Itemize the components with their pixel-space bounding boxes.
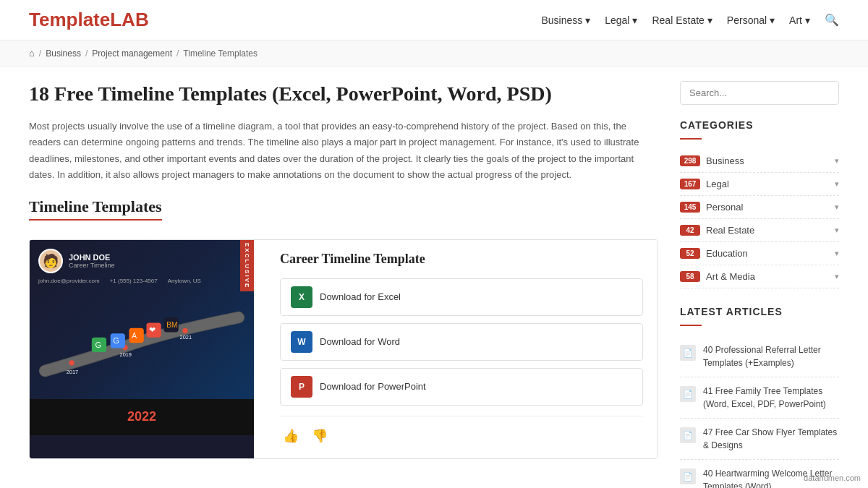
categories-title: CATEGORIES: [680, 119, 839, 131]
category-label-personal: Personal: [706, 202, 743, 213]
latest-articles-underline: [680, 325, 702, 326]
download-panel-title: Career Timeline Template: [280, 252, 643, 267]
nav-business[interactable]: Business ▾: [541, 14, 590, 26]
nav-legal[interactable]: Legal ▾: [605, 14, 637, 26]
nav-art[interactable]: Art ▾: [789, 14, 810, 26]
nav-personal[interactable]: Personal ▾: [727, 14, 775, 26]
avatar: 🧑: [38, 249, 63, 273]
category-badge-education: 52: [680, 248, 700, 259]
breadcrumb-home[interactable]: ⌂: [29, 48, 35, 59]
categories-section: CATEGORIES 298 Business ▾ 167 Legal ▾ 14…: [680, 119, 839, 288]
category-label-real-estate: Real Estate: [706, 225, 754, 236]
svg-point-0: [69, 360, 74, 365]
category-real-estate[interactable]: 42 Real Estate ▾: [680, 219, 839, 242]
category-education[interactable]: 52 Education ▾: [680, 242, 839, 265]
template-user-subtitle: Career Timeline: [69, 262, 115, 269]
svg-text:❤: ❤: [149, 325, 156, 334]
header: TemplateLAB Business ▾ Legal ▾ Real Esta…: [0, 0, 868, 40]
template-preview: EXCLUSIVE 🧑 JOHN DOE Career Timeline joh…: [30, 240, 254, 399]
article-icon-2: 📄: [680, 427, 696, 443]
svg-text:2017: 2017: [67, 368, 78, 374]
category-badge-art-media: 58: [680, 271, 700, 282]
article-title-0: 40 Professional Referral Letter Template…: [703, 343, 839, 369]
category-badge-real-estate: 42: [680, 225, 700, 236]
sidebar: CATEGORIES 298 Business ▾ 167 Legal ▾ 14…: [680, 81, 839, 488]
svg-text:A: A: [132, 331, 137, 339]
article-title-1: 41 Free Family Tree Templates (Word, Exc…: [703, 385, 839, 411]
template-year: 2022: [127, 409, 156, 424]
category-business[interactable]: 298 Business ▾: [680, 150, 839, 173]
chevron-down-icon: ▾: [707, 14, 712, 26]
timeline-visual: 2017 2019 2021 G G A: [38, 290, 245, 391]
timeline-svg: 2017 2019 2021 G G A: [38, 297, 245, 391]
site-logo[interactable]: TemplateLAB: [29, 9, 149, 31]
logo-suffix: LAB: [110, 9, 148, 30]
svg-point-4: [182, 328, 187, 333]
svg-text:2019: 2019: [120, 351, 132, 357]
category-label-education: Education: [706, 248, 748, 259]
svg-text:2021: 2021: [180, 333, 192, 340]
chevron-down-icon: ▾: [805, 14, 810, 26]
word-icon: W: [291, 331, 312, 353]
download-excel-button[interactable]: X Download for Excel: [280, 278, 643, 316]
vote-row: 👍 👎: [280, 416, 643, 447]
category-personal[interactable]: 145 Personal ▾: [680, 196, 839, 219]
download-word-button[interactable]: W Download for Word: [280, 323, 643, 361]
category-badge-business: 298: [680, 155, 700, 166]
intro-text: Most projects usually involve the use of…: [29, 119, 658, 182]
article-item-2[interactable]: 📄 47 Free Car Show Flyer Templates & Des…: [680, 419, 839, 460]
breadcrumb: ⌂ / Business / Project management / Time…: [0, 40, 868, 67]
chevron-down-icon: ▾: [585, 14, 590, 26]
thumbs-down-button[interactable]: 👎: [309, 425, 331, 447]
download-panel: Career Timeline Template X Download for …: [265, 240, 658, 458]
search-input[interactable]: [680, 81, 839, 105]
chevron-down-icon: ▾: [835, 272, 839, 281]
svg-text:G: G: [113, 336, 119, 345]
template-user-name: JOHN DOE: [69, 253, 115, 262]
breadcrumb-project-management[interactable]: Project management: [92, 48, 172, 59]
breadcrumb-business[interactable]: Business: [46, 48, 81, 59]
article-icon-1: 📄: [680, 386, 696, 402]
category-label-business: Business: [706, 155, 744, 166]
content-area: 18 Free Timeline Templates (Excel, Power…: [29, 81, 658, 488]
chevron-down-icon: ▾: [632, 14, 637, 26]
template-card: EXCLUSIVE 🧑 JOHN DOE Career Timeline joh…: [29, 239, 658, 459]
category-badge-personal: 145: [680, 202, 700, 213]
article-item-0[interactable]: 📄 40 Professional Referral Letter Templa…: [680, 336, 839, 377]
exclusive-badge: EXCLUSIVE: [240, 240, 254, 291]
article-icon-0: 📄: [680, 345, 696, 361]
download-powerpoint-button[interactable]: P Download for PowerPoint: [280, 368, 643, 406]
categories-underline: [680, 138, 702, 140]
chevron-down-icon: ▾: [835, 202, 839, 212]
category-label-legal: Legal: [706, 179, 729, 189]
category-art-media[interactable]: 58 Art & Media ▾: [680, 265, 839, 288]
nav-real-estate[interactable]: Real Estate ▾: [652, 14, 712, 26]
excel-icon: X: [291, 286, 312, 308]
chevron-down-icon: ▾: [835, 179, 839, 189]
template-image-panel: EXCLUSIVE 🧑 JOHN DOE Career Timeline joh…: [30, 240, 254, 458]
chevron-down-icon: ▾: [835, 156, 839, 166]
latest-articles-section: LATEST ARTICLES 📄 40 Professional Referr…: [680, 306, 839, 488]
category-legal[interactable]: 167 Legal ▾: [680, 173, 839, 196]
main-layout: 18 Free Timeline Templates (Excel, Power…: [0, 67, 868, 488]
article-icon-3: 📄: [680, 468, 696, 484]
main-nav: Business ▾ Legal ▾ Real Estate ▾ Persona…: [541, 13, 839, 27]
logo-prefix: Template: [29, 9, 110, 30]
chevron-down-icon: ▾: [835, 249, 839, 258]
template-year-display: 2022: [30, 399, 254, 435]
breadcrumb-current: Timeline Templates: [183, 48, 258, 59]
page-title: 18 Free Timeline Templates (Excel, Power…: [29, 81, 658, 107]
svg-text:G: G: [95, 340, 101, 348]
template-info-row: john.doe@provider.com +1 (555) 123-4567 …: [38, 278, 201, 284]
latest-articles-title: LATEST ARTICLES: [680, 306, 839, 317]
chevron-down-icon: ▾: [835, 226, 839, 235]
category-badge-legal: 167: [680, 179, 700, 189]
chevron-down-icon: ▾: [770, 14, 775, 26]
template-user-info: JOHN DOE Career Timeline: [69, 253, 115, 269]
section-title: Timeline Templates: [29, 197, 162, 221]
thumbs-up-button[interactable]: 👍: [280, 425, 302, 447]
watermark: datanumen.com: [804, 474, 861, 482]
template-header: 🧑 JOHN DOE Career Timeline: [38, 249, 115, 273]
search-icon-button[interactable]: 🔍: [825, 13, 839, 27]
article-item-1[interactable]: 📄 41 Free Family Tree Templates (Word, E…: [680, 377, 839, 419]
